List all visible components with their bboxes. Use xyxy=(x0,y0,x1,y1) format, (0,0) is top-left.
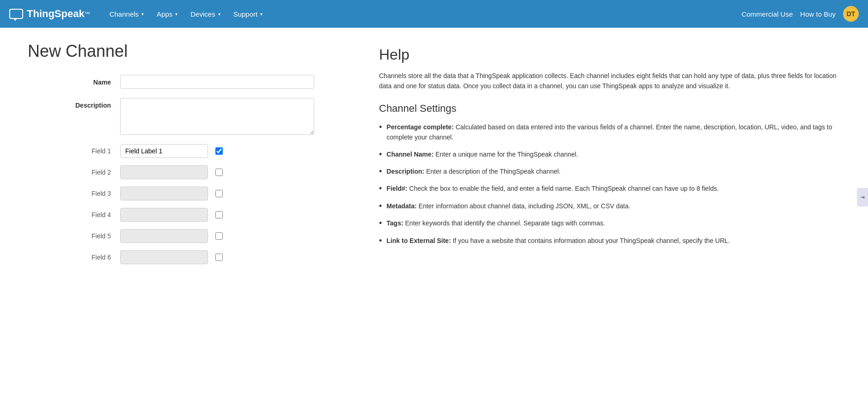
field-6-input[interactable] xyxy=(120,250,208,264)
description-label: Description xyxy=(28,98,120,109)
field-5-row: Field 5 xyxy=(28,229,351,243)
field-2-checkbox[interactable] xyxy=(215,169,223,176)
list-item: Channel Name: Enter a unique name for th… xyxy=(379,149,840,160)
devices-caret-icon: ▾ xyxy=(218,12,220,17)
channels-caret-icon: ▾ xyxy=(141,12,144,17)
field-4-input[interactable] xyxy=(120,208,208,222)
list-item-bold: Link to External Site: xyxy=(386,237,451,244)
user-avatar[interactable]: DT xyxy=(843,6,859,22)
field-1-checkbox[interactable] xyxy=(215,147,223,155)
list-item-bold: Percentage complete: xyxy=(386,123,454,131)
list-item: Tags: Enter keywords that identify the c… xyxy=(379,218,840,229)
list-item-text: Check the box to enable the field, and e… xyxy=(407,185,719,192)
logo-icon xyxy=(9,9,23,19)
help-settings-list: Percentage complete: Calculated based on… xyxy=(379,122,840,246)
field-1-label: Field 1 xyxy=(28,147,120,155)
list-item-text: Enter keywords that identify the channel… xyxy=(403,219,605,227)
field-4-checkbox[interactable] xyxy=(215,211,223,218)
collapse-panel-icon[interactable]: ⇥ xyxy=(857,188,868,206)
field-6-checkbox[interactable] xyxy=(215,254,223,261)
list-item-text: Enter information about channel data, in… xyxy=(417,202,630,210)
list-item-text: Calculated based on data entered into th… xyxy=(386,123,832,141)
nav-devices[interactable]: Devices ▾ xyxy=(185,6,226,22)
commercial-use-link[interactable]: Commercial Use xyxy=(741,10,793,18)
description-input[interactable] xyxy=(120,98,314,135)
navbar: ThingSpeak™ Channels ▾ Apps ▾ Devices ▾ … xyxy=(0,0,868,28)
list-item: Metadata: Enter information about channe… xyxy=(379,201,840,212)
help-intro: Channels store all the data that a Thing… xyxy=(379,71,840,91)
main-content: New Channel Name Description Field 1 Fie… xyxy=(0,28,868,285)
nav-items: Channels ▾ Apps ▾ Devices ▾ Support ▾ xyxy=(104,6,742,22)
field-4-row: Field 4 xyxy=(28,208,351,222)
brand-name: ThingSpeak xyxy=(27,8,85,20)
apps-caret-icon: ▾ xyxy=(175,12,177,17)
field-5-input[interactable] xyxy=(120,229,208,243)
field-5-label: Field 5 xyxy=(28,232,120,240)
field-3-checkbox[interactable] xyxy=(215,190,223,197)
list-item-text: If you have a website that contains info… xyxy=(451,237,730,244)
field-2-label: Field 2 xyxy=(28,169,120,176)
field-1-row: Field 1 xyxy=(28,144,351,158)
list-item: Percentage complete: Calculated based on… xyxy=(379,122,840,143)
help-panel: Help Channels store all the data that a … xyxy=(379,42,840,272)
name-input[interactable] xyxy=(120,75,314,89)
nav-channels[interactable]: Channels ▾ xyxy=(104,6,149,22)
field-6-row: Field 6 xyxy=(28,250,351,264)
field-5-checkbox[interactable] xyxy=(215,232,223,240)
page-title: New Channel xyxy=(28,42,351,61)
name-row: Name xyxy=(28,75,351,89)
description-row: Description xyxy=(28,98,351,135)
brand-tm: ™ xyxy=(85,11,90,17)
nav-apps[interactable]: Apps ▾ xyxy=(151,6,183,22)
field-6-label: Field 6 xyxy=(28,254,120,261)
list-item-bold: Channel Name: xyxy=(386,151,434,158)
list-item: Field#: Check the box to enable the fiel… xyxy=(379,183,840,194)
field-3-row: Field 3 xyxy=(28,187,351,200)
field-2-row: Field 2 xyxy=(28,165,351,179)
field-1-input[interactable] xyxy=(120,144,208,158)
nav-support[interactable]: Support ▾ xyxy=(228,6,269,22)
list-item-bold: Field#: xyxy=(386,185,407,192)
help-settings-title: Channel Settings xyxy=(379,103,840,115)
list-item-bold: Metadata: xyxy=(386,202,416,210)
how-to-buy-link[interactable]: How to Buy xyxy=(800,10,836,18)
nav-right: Commercial Use How to Buy DT xyxy=(741,6,859,22)
support-caret-icon: ▾ xyxy=(260,12,263,17)
list-item-bold: Description: xyxy=(386,168,424,175)
field-3-input[interactable] xyxy=(120,187,208,200)
field-4-label: Field 4 xyxy=(28,211,120,218)
brand-logo[interactable]: ThingSpeak™ xyxy=(9,8,90,20)
new-channel-panel: New Channel Name Description Field 1 Fie… xyxy=(28,42,351,272)
list-item-bold: Tags: xyxy=(386,219,403,227)
field-3-label: Field 3 xyxy=(28,190,120,197)
name-label: Name xyxy=(28,75,120,86)
field-2-input[interactable] xyxy=(120,165,208,179)
list-item: Description: Enter a description of the … xyxy=(379,166,840,177)
list-item: Link to External Site: If you have a web… xyxy=(379,236,840,246)
help-title: Help xyxy=(379,46,840,63)
list-item-text: Enter a unique name for the ThingSpeak c… xyxy=(434,151,578,158)
list-item-text: Enter a description of the ThingSpeak ch… xyxy=(424,168,561,175)
